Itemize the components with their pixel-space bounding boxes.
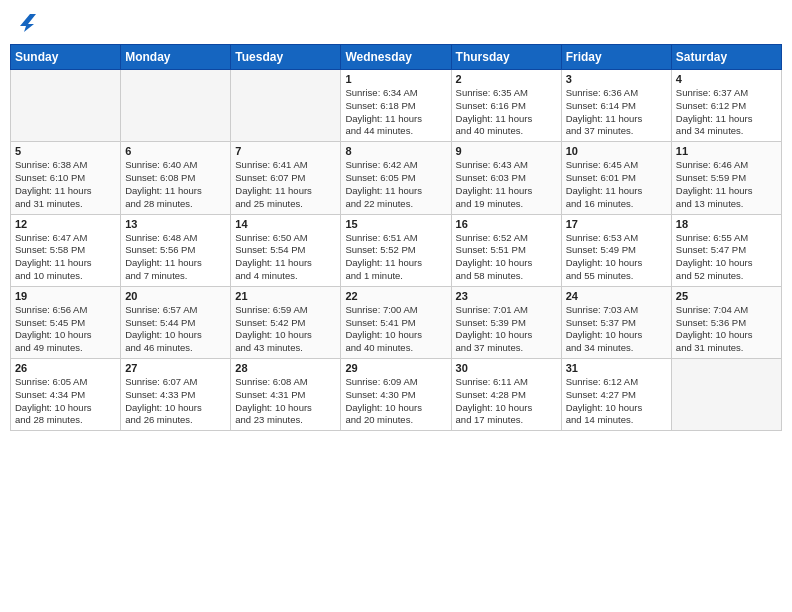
day-info: Sunrise: 6:09 AM Sunset: 4:30 PM Dayligh… — [345, 376, 446, 427]
calendar-cell: 15Sunrise: 6:51 AM Sunset: 5:52 PM Dayli… — [341, 214, 451, 286]
day-number: 18 — [676, 218, 777, 230]
calendar-cell: 6Sunrise: 6:40 AM Sunset: 6:08 PM Daylig… — [121, 142, 231, 214]
day-number: 7 — [235, 145, 336, 157]
calendar-cell: 24Sunrise: 7:03 AM Sunset: 5:37 PM Dayli… — [561, 286, 671, 358]
calendar-cell — [11, 70, 121, 142]
svg-marker-0 — [20, 14, 36, 32]
day-number: 6 — [125, 145, 226, 157]
day-number: 28 — [235, 362, 336, 374]
calendar-cell: 22Sunrise: 7:00 AM Sunset: 5:41 PM Dayli… — [341, 286, 451, 358]
day-number: 21 — [235, 290, 336, 302]
calendar-cell: 10Sunrise: 6:45 AM Sunset: 6:01 PM Dayli… — [561, 142, 671, 214]
day-number: 15 — [345, 218, 446, 230]
day-info: Sunrise: 6:45 AM Sunset: 6:01 PM Dayligh… — [566, 159, 667, 210]
day-info: Sunrise: 7:00 AM Sunset: 5:41 PM Dayligh… — [345, 304, 446, 355]
calendar-week-row: 1Sunrise: 6:34 AM Sunset: 6:18 PM Daylig… — [11, 70, 782, 142]
day-number: 31 — [566, 362, 667, 374]
calendar-cell: 16Sunrise: 6:52 AM Sunset: 5:51 PM Dayli… — [451, 214, 561, 286]
day-number: 5 — [15, 145, 116, 157]
day-number: 13 — [125, 218, 226, 230]
day-info: Sunrise: 6:41 AM Sunset: 6:07 PM Dayligh… — [235, 159, 336, 210]
day-info: Sunrise: 6:59 AM Sunset: 5:42 PM Dayligh… — [235, 304, 336, 355]
day-info: Sunrise: 6:57 AM Sunset: 5:44 PM Dayligh… — [125, 304, 226, 355]
calendar-cell: 7Sunrise: 6:41 AM Sunset: 6:07 PM Daylig… — [231, 142, 341, 214]
weekday-header: Wednesday — [341, 45, 451, 70]
day-info: Sunrise: 6:07 AM Sunset: 4:33 PM Dayligh… — [125, 376, 226, 427]
calendar-cell: 5Sunrise: 6:38 AM Sunset: 6:10 PM Daylig… — [11, 142, 121, 214]
day-info: Sunrise: 6:55 AM Sunset: 5:47 PM Dayligh… — [676, 232, 777, 283]
calendar-cell: 27Sunrise: 6:07 AM Sunset: 4:33 PM Dayli… — [121, 359, 231, 431]
weekday-header: Sunday — [11, 45, 121, 70]
day-number: 16 — [456, 218, 557, 230]
weekday-header: Saturday — [671, 45, 781, 70]
day-info: Sunrise: 6:56 AM Sunset: 5:45 PM Dayligh… — [15, 304, 116, 355]
calendar-week-row: 19Sunrise: 6:56 AM Sunset: 5:45 PM Dayli… — [11, 286, 782, 358]
day-number: 24 — [566, 290, 667, 302]
day-number: 14 — [235, 218, 336, 230]
calendar-header-row: SundayMondayTuesdayWednesdayThursdayFrid… — [11, 45, 782, 70]
calendar-cell: 25Sunrise: 7:04 AM Sunset: 5:36 PM Dayli… — [671, 286, 781, 358]
day-number: 12 — [15, 218, 116, 230]
day-number: 27 — [125, 362, 226, 374]
day-info: Sunrise: 6:51 AM Sunset: 5:52 PM Dayligh… — [345, 232, 446, 283]
day-number: 8 — [345, 145, 446, 157]
calendar-cell: 14Sunrise: 6:50 AM Sunset: 5:54 PM Dayli… — [231, 214, 341, 286]
calendar-cell: 20Sunrise: 6:57 AM Sunset: 5:44 PM Dayli… — [121, 286, 231, 358]
day-info: Sunrise: 6:52 AM Sunset: 5:51 PM Dayligh… — [456, 232, 557, 283]
day-number: 29 — [345, 362, 446, 374]
calendar-cell: 3Sunrise: 6:36 AM Sunset: 6:14 PM Daylig… — [561, 70, 671, 142]
calendar-cell: 4Sunrise: 6:37 AM Sunset: 6:12 PM Daylig… — [671, 70, 781, 142]
day-info: Sunrise: 6:42 AM Sunset: 6:05 PM Dayligh… — [345, 159, 446, 210]
day-info: Sunrise: 6:37 AM Sunset: 6:12 PM Dayligh… — [676, 87, 777, 138]
calendar-cell: 18Sunrise: 6:55 AM Sunset: 5:47 PM Dayli… — [671, 214, 781, 286]
calendar-cell: 31Sunrise: 6:12 AM Sunset: 4:27 PM Dayli… — [561, 359, 671, 431]
calendar-cell: 26Sunrise: 6:05 AM Sunset: 4:34 PM Dayli… — [11, 359, 121, 431]
calendar-week-row: 12Sunrise: 6:47 AM Sunset: 5:58 PM Dayli… — [11, 214, 782, 286]
day-number: 17 — [566, 218, 667, 230]
day-number: 11 — [676, 145, 777, 157]
calendar-cell: 17Sunrise: 6:53 AM Sunset: 5:49 PM Dayli… — [561, 214, 671, 286]
header — [10, 10, 782, 36]
day-info: Sunrise: 7:01 AM Sunset: 5:39 PM Dayligh… — [456, 304, 557, 355]
calendar-cell: 13Sunrise: 6:48 AM Sunset: 5:56 PM Dayli… — [121, 214, 231, 286]
calendar-cell: 2Sunrise: 6:35 AM Sunset: 6:16 PM Daylig… — [451, 70, 561, 142]
calendar-week-row: 26Sunrise: 6:05 AM Sunset: 4:34 PM Dayli… — [11, 359, 782, 431]
day-number: 22 — [345, 290, 446, 302]
day-number: 9 — [456, 145, 557, 157]
day-number: 1 — [345, 73, 446, 85]
weekday-header: Friday — [561, 45, 671, 70]
day-number: 20 — [125, 290, 226, 302]
calendar-week-row: 5Sunrise: 6:38 AM Sunset: 6:10 PM Daylig… — [11, 142, 782, 214]
weekday-header: Tuesday — [231, 45, 341, 70]
day-number: 4 — [676, 73, 777, 85]
day-info: Sunrise: 6:50 AM Sunset: 5:54 PM Dayligh… — [235, 232, 336, 283]
weekday-header: Monday — [121, 45, 231, 70]
day-info: Sunrise: 6:35 AM Sunset: 6:16 PM Dayligh… — [456, 87, 557, 138]
day-info: Sunrise: 6:43 AM Sunset: 6:03 PM Dayligh… — [456, 159, 557, 210]
calendar-cell: 23Sunrise: 7:01 AM Sunset: 5:39 PM Dayli… — [451, 286, 561, 358]
calendar-cell: 28Sunrise: 6:08 AM Sunset: 4:31 PM Dayli… — [231, 359, 341, 431]
day-info: Sunrise: 6:40 AM Sunset: 6:08 PM Dayligh… — [125, 159, 226, 210]
calendar-cell: 8Sunrise: 6:42 AM Sunset: 6:05 PM Daylig… — [341, 142, 451, 214]
day-info: Sunrise: 6:53 AM Sunset: 5:49 PM Dayligh… — [566, 232, 667, 283]
calendar-cell: 11Sunrise: 6:46 AM Sunset: 5:59 PM Dayli… — [671, 142, 781, 214]
day-info: Sunrise: 6:48 AM Sunset: 5:56 PM Dayligh… — [125, 232, 226, 283]
day-number: 23 — [456, 290, 557, 302]
day-info: Sunrise: 7:03 AM Sunset: 5:37 PM Dayligh… — [566, 304, 667, 355]
calendar: SundayMondayTuesdayWednesdayThursdayFrid… — [10, 44, 782, 431]
calendar-cell: 12Sunrise: 6:47 AM Sunset: 5:58 PM Dayli… — [11, 214, 121, 286]
day-number: 3 — [566, 73, 667, 85]
day-info: Sunrise: 6:36 AM Sunset: 6:14 PM Dayligh… — [566, 87, 667, 138]
day-number: 10 — [566, 145, 667, 157]
calendar-cell — [671, 359, 781, 431]
page: SundayMondayTuesdayWednesdayThursdayFrid… — [0, 0, 792, 612]
day-number: 26 — [15, 362, 116, 374]
day-info: Sunrise: 6:46 AM Sunset: 5:59 PM Dayligh… — [676, 159, 777, 210]
calendar-cell: 29Sunrise: 6:09 AM Sunset: 4:30 PM Dayli… — [341, 359, 451, 431]
day-number: 25 — [676, 290, 777, 302]
day-number: 19 — [15, 290, 116, 302]
calendar-cell: 1Sunrise: 6:34 AM Sunset: 6:18 PM Daylig… — [341, 70, 451, 142]
day-info: Sunrise: 6:08 AM Sunset: 4:31 PM Dayligh… — [235, 376, 336, 427]
day-info: Sunrise: 6:05 AM Sunset: 4:34 PM Dayligh… — [15, 376, 116, 427]
day-number: 30 — [456, 362, 557, 374]
